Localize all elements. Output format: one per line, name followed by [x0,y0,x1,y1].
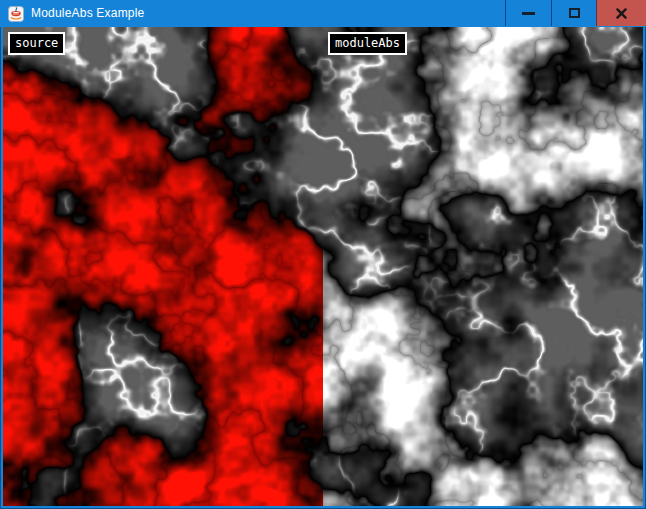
moduleabs-panel: moduleAbs [323,27,643,506]
maximize-icon [569,8,580,18]
window-title: ModuleAbs Example [31,0,144,27]
minimize-icon [522,12,535,15]
titlebar[interactable]: ModuleAbs Example [0,0,646,27]
content-area: source moduleAbs [3,27,643,506]
close-icon [615,7,628,20]
moduleabs-label: moduleAbs [328,32,407,55]
window-controls [505,0,646,26]
app-window: ModuleAbs Example source moduleAbs [0,0,646,509]
close-button[interactable] [596,0,646,26]
minimize-button[interactable] [505,0,551,26]
moduleabs-noise-image [323,27,643,506]
source-panel: source [3,27,323,506]
java-coffee-cup-icon [8,6,24,22]
source-noise-image [3,27,323,506]
maximize-button[interactable] [551,0,596,26]
source-label: source [8,32,65,55]
